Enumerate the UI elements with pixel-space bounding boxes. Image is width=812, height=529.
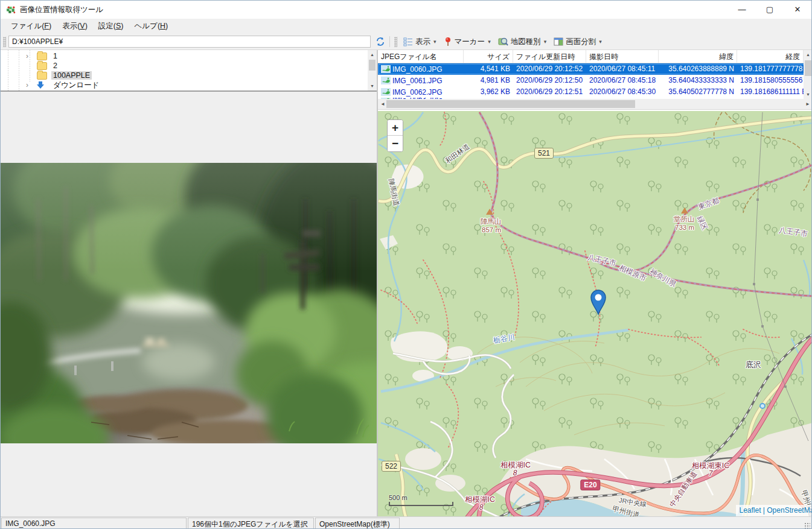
folder-icon [37, 72, 47, 80]
map-type-button[interactable]: 地図種別 ▾ [495, 35, 550, 49]
close-button[interactable]: ✕ [784, 1, 811, 19]
column-header-taken[interactable]: 撮影日時 [586, 50, 659, 63]
cell-taken[interactable]: 2020/06/27 08:45:11 [586, 63, 659, 75]
status-selection-count: 196個中1個のJPEGファイルを選択 [188, 518, 314, 529]
split-screen-button-label: 画面分割 [566, 37, 596, 47]
map-type-icon [498, 37, 508, 46]
scrollbar-thumb[interactable] [369, 60, 376, 71]
tree-item-label[interactable]: 100APPLE [51, 71, 92, 80]
toolbar: 表示 ▾ マーカー ▾ 地図種別 ▾ [1, 34, 811, 50]
cell-modified[interactable]: 2020/06/29 20:12:51 [513, 86, 586, 98]
view-button[interactable]: 表示 ▾ [400, 35, 440, 49]
tree-item-downloads[interactable]: › ダウンロード [1, 80, 357, 90]
cell-modified[interactable]: 2020/06/29 20:12:50 [513, 75, 586, 86]
chevron-down-icon[interactable]: ▾ [433, 39, 436, 45]
address-input[interactable] [8, 36, 371, 48]
view-button-label: 表示 [415, 37, 430, 47]
cell-name[interactable]: IMG_0062.JPG [378, 86, 464, 98]
zoom-in-button[interactable]: + [388, 120, 403, 136]
cell-taken[interactable]: 2020/06/27 08:45:18 [586, 75, 659, 86]
window-title: 画像位置情報取得ツール [20, 5, 103, 15]
status-bar: IMG_0060.JPG 196個中1個のJPEGファイルを選択 OpenStr… [1, 516, 811, 529]
route-shield: 522 [382, 461, 401, 472]
cell-modified[interactable]: 2020/06/29 20:12:52 [513, 63, 586, 75]
tree-scrollbar[interactable]: ▲ ▼ [368, 50, 377, 90]
expander-icon[interactable]: › [26, 81, 32, 89]
menu-bar: ファイル(F) 表示(V) 設定(S) ヘルプ(H) [1, 19, 811, 34]
japan-map-icon [381, 88, 391, 96]
minimize-button[interactable]: — [728, 1, 756, 19]
toolbar-separator [389, 36, 390, 47]
split-screen-icon [554, 37, 563, 46]
chevron-down-icon[interactable]: ▾ [544, 39, 547, 45]
column-header-name[interactable]: JPEGファイル名 [378, 50, 464, 63]
table-horizontal-scrollbar[interactable]: ◄ ► [378, 99, 812, 110]
cell-lat[interactable]: 35.640433333333 N [659, 75, 737, 86]
column-header-lat[interactable]: 緯度 [659, 50, 737, 63]
map-scale-bar: 500 m [389, 494, 453, 506]
scroll-down-icon[interactable]: ▼ [368, 81, 377, 90]
map-type-button-label: 地図種別 [511, 37, 541, 47]
tree-item-1[interactable]: › 1 [1, 51, 357, 61]
jpeg-file-table: JPEGファイル名サイズファイル更新日時撮影日時緯度経度 IMG_0060.JP… [378, 50, 812, 99]
photo-preview [1, 163, 377, 443]
chevron-down-icon[interactable]: ▾ [488, 39, 491, 45]
expander-icon[interactable]: › [26, 52, 32, 60]
cell-size[interactable]: 4,541 KB [464, 63, 513, 75]
tree-item-label[interactable]: 2 [51, 62, 59, 70]
marker-button-label: マーカー [455, 37, 485, 47]
menu-view[interactable]: 表示(V) [57, 19, 93, 34]
resize-grip-icon[interactable] [804, 522, 810, 528]
scrollbar-thumb[interactable] [386, 100, 635, 108]
table-body: IMG_0060.JPG4,541 KB2020/06/29 20:12:522… [378, 63, 812, 99]
photo-preview-pane [1, 91, 377, 516]
table-row[interactable]: IMG_0062.JPG3,962 KB2020/06/29 20:12:512… [378, 86, 812, 98]
table-vertical-scrollbar[interactable]: ▲ ▼ [804, 50, 812, 99]
cell-lon[interactable]: 139.181580555556 E [737, 75, 804, 86]
tree-item-2[interactable]: 2 [1, 61, 357, 71]
cell-lat[interactable]: 35.640502777778 N [659, 86, 737, 98]
table-row[interactable]: IMG_0060.JPG4,541 KB2020/06/29 20:12:522… [378, 63, 812, 75]
menu-file[interactable]: ファイル(F) [5, 19, 57, 34]
zoom-out-button[interactable]: − [388, 136, 403, 151]
chevron-down-icon[interactable]: ▾ [599, 39, 602, 45]
list-view-icon [403, 37, 413, 46]
menu-help[interactable]: ヘルプ(H) [129, 19, 174, 34]
column-header-modified[interactable]: ファイル更新日時 [513, 50, 586, 63]
cell-name[interactable]: IMG_0060.JPG [378, 63, 464, 75]
toolbar-grip [394, 37, 397, 47]
map-view[interactable]: 和田林道陣馬街道陣馬山857 m堂所山733 m東京都緑区八王子市八王子市相模原… [378, 111, 812, 516]
title-bar: 画像位置情報取得ツール — ▢ ✕ [1, 1, 811, 19]
cell-lon[interactable]: 139.181686111111 E [737, 86, 804, 98]
marker-button[interactable]: マーカー ▾ [441, 35, 494, 49]
scroll-right-icon[interactable]: ► [803, 99, 812, 109]
cell-size[interactable]: 4,981 KB [464, 75, 513, 86]
status-map-type: OpenStreetMap(標準) [315, 518, 400, 529]
scroll-up-icon[interactable]: ▲ [368, 50, 377, 59]
split-screen-button[interactable]: 画面分割 ▾ [551, 35, 605, 49]
cell-size[interactable]: 3,962 KB [464, 86, 513, 98]
cell-lat[interactable]: 35.640263888889 N [659, 63, 737, 75]
cell-taken[interactable]: 2020/06/27 08:45:30 [586, 86, 659, 98]
cell-name[interactable]: IMG_0061.JPG [378, 75, 464, 86]
refresh-button[interactable] [373, 35, 388, 48]
column-header-size[interactable]: サイズ [464, 50, 513, 63]
cell-lon[interactable]: 139.181777777778 E [737, 63, 804, 75]
map-attribution[interactable]: Leaflet | OpenStreetMap [736, 505, 812, 516]
column-header-lon[interactable]: 経度 [737, 50, 804, 63]
map-marker-icon[interactable] [590, 290, 606, 315]
tree-item-label[interactable]: ダウンロード [51, 80, 101, 90]
folder-icon [37, 52, 47, 60]
tree-item-100apple[interactable]: 100APPLE [1, 71, 357, 80]
table-row[interactable]: IMG_0061.JPG4,981 KB2020/06/29 20:12:502… [378, 75, 812, 86]
refresh-icon [376, 37, 385, 46]
menu-settings[interactable]: 設定(S) [93, 19, 129, 34]
scroll-up-icon[interactable]: ▲ [804, 50, 812, 59]
table-header-row: JPEGファイル名サイズファイル更新日時撮影日時緯度経度 [378, 50, 812, 63]
maximize-button[interactable]: ▢ [756, 1, 784, 19]
scroll-down-icon[interactable]: ▼ [804, 90, 812, 99]
toolbar-grip [3, 37, 6, 47]
scrollbar-thumb[interactable] [805, 60, 811, 76]
tree-item-label[interactable]: 1 [51, 52, 59, 60]
folder-tree: › 1 2 100APPLE › ダウンロード ▲ ▼ [1, 50, 377, 91]
